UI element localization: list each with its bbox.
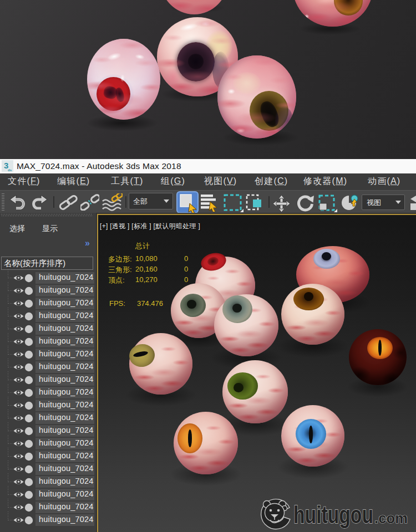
svg-text:ds: ds — [8, 168, 12, 172]
svg-text:huitugou: huitugou — [293, 501, 373, 528]
svg-text:.com: .com — [374, 510, 408, 526]
